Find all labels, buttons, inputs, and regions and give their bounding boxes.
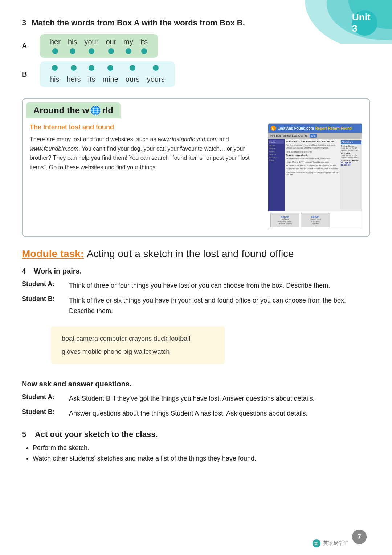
section-5: 5 Act out your sketch to the class. Perf… (22, 430, 370, 462)
word-item-its: its (140, 38, 148, 54)
aw-screenshot-body: Home Report Return Found Search Contact … (268, 139, 362, 211)
now-student-b-row: Student B: Answer questions about the th… (22, 408, 370, 419)
module-task-title: Acting out a sketch in the lost and foun… (87, 248, 294, 259)
aw-paragraph: There are many lost and found websites, … (30, 135, 262, 172)
aw-footer-imgs: Report Lost Item For Lost ReportsFor The… (268, 211, 362, 229)
student-a-row: Student A: Think of three or four things… (22, 280, 370, 291)
vocabulary-box: boat camera computer crayons duck footba… (51, 326, 225, 364)
watermark-text: 英语易学汇 (323, 540, 348, 547)
page-number: 7 (352, 530, 367, 544)
around-world-title-rest: rld (102, 105, 113, 116)
word-item-b-its: its (88, 65, 95, 84)
bullet-1: Perform the sketch. (33, 444, 370, 452)
aw-sidebar: Home Report Return Found Search Contact … (268, 139, 285, 211)
bullet-2: Watch other students' sketches and make … (33, 455, 370, 462)
word-its: its (140, 38, 148, 46)
word-our: our (106, 38, 116, 46)
dot-b-ours (130, 65, 135, 71)
now-student-b-text: Answer questions about the things Studen… (69, 408, 307, 419)
dot-its (141, 48, 147, 54)
word-your: your (84, 38, 98, 46)
word-b-mine: mine (102, 75, 118, 84)
word-b-yours: yours (147, 75, 165, 84)
word-b-hers: hers (67, 75, 81, 84)
student-b-row: Student B: Think of five or six things y… (22, 295, 370, 316)
module-task-label: Module task: (22, 248, 84, 259)
word-item-b-hers: hers (67, 65, 81, 84)
section-4: 4 Work in pairs. Student A: Think of thr… (22, 267, 370, 371)
word-item-b-ours: ours (126, 65, 140, 84)
module-task-section: Module task: Acting out a sketch in the … (22, 248, 370, 260)
svg-text:英: 英 (314, 542, 318, 546)
around-world-text: The Internet lost and found There are ma… (30, 123, 262, 229)
student-b-label: Student B: (22, 295, 65, 303)
section-5-title: 5 Act out your sketch to the class. (22, 430, 370, 439)
dot-b-his (52, 65, 58, 71)
word-item-b-yours: yours (147, 65, 165, 84)
student-a-label: Student A: (22, 280, 65, 288)
now-ask-title: Now ask and answer questions. (22, 380, 370, 388)
aw-website-name: Lost And Found.com (278, 126, 314, 130)
dot-b-mine (107, 65, 113, 71)
student-a-text: Think of three or four things you have l… (69, 280, 330, 291)
word-b-his: his (50, 75, 60, 84)
aw-screenshot-header: L Lost And Found.com Report Return Found (268, 124, 362, 133)
word-my: my (123, 38, 133, 46)
word-b-ours: ours (126, 75, 140, 84)
dot-b-yours (153, 65, 159, 71)
word-item-b-his: his (50, 65, 60, 84)
aw-main-content: Welcome to the Internet Lost and Found F… (285, 139, 340, 211)
module-task-heading: Module task: Acting out a sketch in the … (22, 248, 370, 260)
vocab-row-2: gloves mobile phone pig wallet watch (62, 345, 214, 358)
now-student-a-label: Student A: (22, 393, 65, 401)
aw-right-panel: Statistics Global Status Lost Items: 644… (340, 139, 362, 211)
section-5-title-text: Act out your sketch to the class. (35, 430, 158, 439)
watermark: 英 英语易学汇 (312, 539, 348, 548)
watermark-icon: 英 (312, 539, 321, 548)
aw-img-2: Report Found Item For FoundActivities (301, 213, 330, 227)
dot-b-its (89, 65, 94, 71)
now-ask-section: Now ask and answer questions. Student A:… (22, 380, 370, 419)
unit-badge: Unit 3 (352, 10, 377, 36)
vocab-row-1: boat camera computer crayons duck footba… (62, 332, 214, 345)
section-3-title: Match the words from Box A with the word… (32, 18, 245, 27)
aw-screenshot-subheader: File Edit Select Lost County Go (268, 133, 362, 139)
section-4-title: 4 Work in pairs. (22, 267, 370, 275)
word-item-our: our (106, 38, 116, 54)
dot-her (52, 48, 58, 54)
dot-your (89, 48, 94, 54)
aw-subtitle: The Internet lost and found (30, 123, 262, 131)
word-item-his: his (68, 38, 77, 54)
dot-his (70, 48, 75, 54)
section-4-title-text: Work in pairs. (34, 267, 82, 275)
aw-screenshot: L Lost And Found.com Report Return Found… (268, 123, 362, 229)
word-item-my: my (123, 38, 133, 54)
word-his: his (68, 38, 77, 46)
around-world-section: Around the w rld The Internet lost and f… (22, 98, 370, 237)
section-3-number: 3 (22, 18, 26, 27)
aw-report-label: Report Return Found (315, 126, 352, 130)
box-b-label: B (22, 70, 33, 78)
word-item-your: your (84, 38, 98, 54)
box-b-container: B his hers its mine (22, 61, 370, 87)
now-student-b-label: Student B: (22, 408, 65, 416)
box-a: her his your our my (40, 34, 158, 58)
dot-my (126, 48, 131, 54)
dot-our (108, 48, 114, 54)
aw-img-1: Report Lost Item For Lost ReportsFor The… (270, 213, 299, 227)
section-5-number: 5 (22, 430, 26, 439)
unit-badge-text: Unit 3 (352, 12, 377, 34)
dot-b-hers (71, 65, 77, 71)
box-a-label: A (22, 42, 33, 50)
now-student-a-row: Student A: Ask Student B if they've got … (22, 393, 370, 404)
student-b-text: Think of five or six things you have in … (69, 295, 370, 316)
word-b-its: its (88, 75, 95, 84)
around-world-title-text: Around the w (33, 105, 89, 116)
word-her: her (50, 38, 61, 46)
now-student-a-text: Ask Student B if they've got the things … (69, 393, 315, 404)
word-item-b-mine: mine (102, 65, 118, 84)
word-item-her: her (50, 38, 61, 54)
around-world-body: The Internet lost and found There are ma… (23, 118, 369, 236)
globe-icon (90, 105, 101, 116)
section-5-bullets: Perform the sketch. Watch other students… (33, 444, 370, 462)
